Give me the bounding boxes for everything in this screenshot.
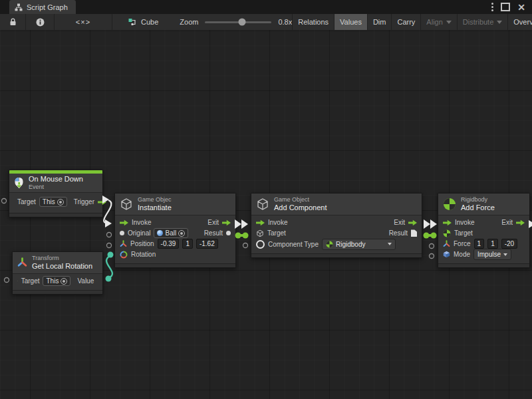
graph-canvas[interactable]: On Mouse Down Event Target This Trigger [0, 30, 532, 399]
original-value-chip[interactable]: Ball [154, 228, 188, 238]
port-label: Component Type [268, 241, 319, 248]
node-get-local-rotation[interactable]: Transform Get Local Rotation Target This [12, 251, 103, 295]
flow-arrow-icon[interactable] [120, 219, 128, 225]
force-mode-icon [443, 251, 450, 258]
port-label: Target [267, 229, 286, 237]
rigidbody-icon [326, 241, 333, 248]
value-port-dot[interactable] [120, 231, 124, 235]
flow-arrow-icon[interactable] [408, 219, 417, 225]
rotation-icon[interactable] [97, 277, 98, 285]
zoom-control: Zoom 0.8x [180, 14, 292, 30]
relations-button[interactable]: Relations [293, 14, 334, 30]
carry-button[interactable]: Carry [392, 14, 421, 30]
port-label: Original [128, 229, 150, 237]
window-menu-icon[interactable] [491, 3, 493, 11]
zoom-slider-handle[interactable] [239, 19, 246, 26]
node-title: Get Local Rotation [32, 262, 92, 271]
graph-breadcrumb[interactable]: Cube [128, 14, 158, 30]
position-x-field[interactable]: -0.39 [158, 239, 180, 249]
port-label: Exit [394, 219, 405, 226]
force-y-field[interactable]: 1 [487, 239, 498, 249]
flow-arrow-icon[interactable] [98, 199, 106, 205]
ball-object-icon [157, 230, 163, 236]
toolbar-left-group: <×> [0, 14, 112, 30]
flow-arrow-icon[interactable] [222, 219, 231, 225]
node-title: Add Force [461, 203, 495, 212]
zoom-value: 0.8x [278, 18, 292, 26]
node-footer [115, 263, 235, 267]
document-icon[interactable] [411, 229, 417, 237]
port-label: Exit [207, 219, 219, 226]
force-x-field[interactable]: 1 [474, 239, 485, 249]
node-subtitle: Transform [32, 255, 92, 262]
port-row-component-type: Component Type Rigidbody [251, 239, 422, 250]
graph-name: Cube [141, 18, 158, 26]
rigidbody-icon [443, 198, 456, 211]
object-picker-icon[interactable] [61, 278, 67, 285]
port-row-target: Target This Value [13, 276, 102, 287]
force-z-field[interactable]: -20 [501, 239, 517, 249]
zoom-slider[interactable] [205, 21, 271, 23]
maximize-icon[interactable] [501, 3, 510, 11]
align-button[interactable]: Align [421, 14, 457, 30]
port-row-target: Target [438, 228, 529, 239]
port-row-rotation: Rotation [115, 249, 235, 260]
distribute-button[interactable]: Distribute [458, 14, 508, 30]
close-icon[interactable]: ✕ [517, 3, 525, 12]
lock-icon [9, 18, 17, 26]
chevron-down-icon [446, 21, 452, 24]
node-add-component[interactable]: Game Object Add Component Invoke Exit Ta… [251, 193, 422, 258]
target-value-chip[interactable]: This [43, 276, 70, 286]
port-label: Target [454, 229, 473, 237]
node-footer [13, 290, 102, 294]
rigidbody-icon [443, 229, 451, 237]
rotation-icon[interactable] [120, 251, 128, 259]
port-label: Result [204, 229, 223, 237]
component-type-dropdown[interactable]: Rigidbody [322, 239, 396, 250]
node-footer [9, 213, 102, 217]
port-row-invoke: Invoke Exit [115, 217, 235, 228]
chevron-down-icon [388, 243, 392, 245]
node-subtitle: Rigidbody [461, 196, 495, 203]
port-label: Force [454, 240, 471, 247]
node-on-mouse-down[interactable]: On Mouse Down Event Target This Trigger [9, 170, 103, 217]
node-instantiate[interactable]: Game Objec Instantiate Invoke Exit Origi… [114, 193, 236, 268]
port-label: Invoke [268, 219, 287, 226]
tab-script-graph[interactable]: Script Graph [9, 0, 76, 14]
chevron-down-icon [503, 253, 507, 256]
port-label: Position [130, 240, 154, 247]
position-y-field[interactable]: 1 [182, 239, 193, 249]
flow-arrow-icon[interactable] [443, 219, 452, 225]
tab-bar: Script Graph ✕ [0, 0, 532, 14]
dim-button[interactable]: Dim [368, 14, 392, 30]
type-port-icon[interactable] [256, 240, 265, 249]
graph-hierarchy-icon [15, 3, 23, 11]
port-label: Exit [501, 219, 513, 226]
port-label: Target [17, 198, 36, 205]
zoom-label: Zoom [180, 18, 198, 26]
port-row-invoke: Invoke Exit [438, 217, 529, 228]
code-preview-button[interactable]: <×> [55, 14, 112, 30]
target-value-chip[interactable]: This [39, 197, 67, 207]
port-label: Trigger [74, 198, 94, 205]
transform-axis-icon [17, 257, 27, 267]
object-picker-icon[interactable] [57, 199, 64, 205]
node-footer [251, 253, 422, 257]
values-button[interactable]: Values [334, 14, 368, 30]
mode-dropdown[interactable]: Impulse [473, 249, 511, 260]
port-label: Target [21, 277, 40, 285]
graph-toolbar: <×> Cube Zoom 0.8x Relations Values Dim … [0, 14, 532, 31]
node-add-force[interactable]: Rigidbody Add Force Invoke Exit Target [438, 193, 530, 268]
port-label: Rotation [131, 251, 156, 258]
overview-button[interactable]: Overview [508, 14, 532, 30]
info-button[interactable] [26, 14, 55, 30]
flow-arrow-icon[interactable] [256, 219, 265, 225]
mouse-down-icon [14, 177, 24, 189]
flow-arrow-icon[interactable] [516, 219, 525, 225]
chevron-down-icon [497, 21, 502, 24]
object-picker-icon[interactable] [178, 230, 185, 237]
position-z-field[interactable]: -1.62 [196, 239, 218, 249]
node-title: On Mouse Down [29, 175, 83, 184]
value-port-dot[interactable] [226, 231, 231, 235]
lock-button[interactable] [0, 14, 26, 30]
